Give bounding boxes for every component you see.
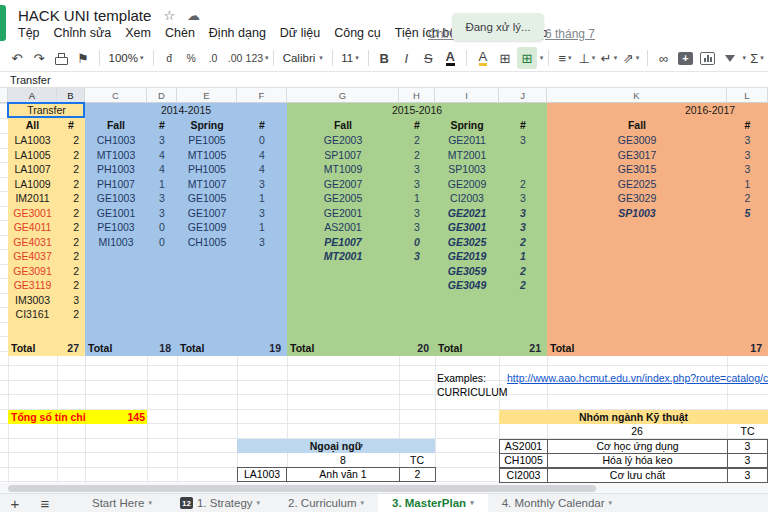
cell-course-code[interactable]: GE1001 xyxy=(85,206,147,221)
cell-credit-count[interactable]: 3 xyxy=(237,235,287,250)
engineering-header[interactable]: Nhóm ngành Kỹ thuật xyxy=(499,410,768,425)
cell-credit-count[interactable]: 3 xyxy=(499,220,547,235)
total-value[interactable]: 17 xyxy=(727,341,768,356)
engineering-count[interactable]: 26 xyxy=(547,424,727,439)
total-value[interactable]: 19 xyxy=(237,341,287,356)
cell-course-code[interactable]: SP1003 xyxy=(435,162,499,177)
column-pair-header[interactable]: # xyxy=(399,118,435,133)
foreign-lang-header[interactable]: Ngoại ngữ xyxy=(237,439,435,454)
cell-credit-count[interactable]: 2 xyxy=(57,235,85,250)
foreign-lang-tc[interactable]: TC xyxy=(399,453,435,468)
cell-credit-count[interactable]: 2 xyxy=(57,307,85,322)
tab-strategy[interactable]: 121. Strategy▾ xyxy=(166,494,274,512)
engineering-credit[interactable]: 3 xyxy=(727,453,768,468)
cell-course-code[interactable]: LA1009 xyxy=(8,177,57,192)
cell-course-code[interactable]: PH1007 xyxy=(85,177,147,192)
cell-credit-count[interactable]: 2 xyxy=(499,278,547,293)
cell-credit-count[interactable]: 2 xyxy=(499,177,547,192)
engineering-code[interactable]: CH1005 xyxy=(499,453,548,468)
column-pair-header[interactable]: All xyxy=(8,118,57,133)
cell-credit-count[interactable]: 1 xyxy=(237,220,287,235)
cell-course-code[interactable]: GE2007 xyxy=(287,177,399,192)
column-header-E[interactable]: E xyxy=(177,88,237,103)
cell-course-code[interactable]: GE3025 xyxy=(435,235,499,250)
cell-credit-count[interactable]: 3 xyxy=(147,133,177,148)
cell-course-code[interactable]: AS2001 xyxy=(287,220,399,235)
column-pair-header[interactable]: Fall xyxy=(287,118,399,133)
column-pair-header[interactable]: # xyxy=(57,118,85,133)
cell-course-code[interactable]: PH1003 xyxy=(85,162,147,177)
cell-course-code[interactable]: GE3049 xyxy=(435,278,499,293)
cell-credit-count[interactable]: 2 xyxy=(57,278,85,293)
column-pair-header[interactable]: Fall xyxy=(85,118,147,133)
tab-masterplan[interactable]: 3. MasterPlan▾ xyxy=(378,494,488,512)
engineering-name[interactable]: Cơ học ứng dụng xyxy=(547,439,728,454)
cell-credit-count[interactable]: 3 xyxy=(399,206,435,221)
cell-credit-count[interactable]: 0 xyxy=(399,235,435,250)
cell-credit-count[interactable]: 4 xyxy=(237,148,287,163)
engineering-name[interactable]: Hóa lý hóa keo xyxy=(547,453,728,468)
cell-course-code[interactable]: GE4011 xyxy=(8,220,57,235)
foreign-lang-credit[interactable]: 2 xyxy=(399,467,436,482)
cell-course-code[interactable]: GE1007 xyxy=(177,206,237,221)
column-header-I[interactable]: I xyxy=(435,88,499,103)
foreign-lang-code[interactable]: LA1003 xyxy=(237,467,287,482)
cell-course-code[interactable]: GE3059 xyxy=(435,264,499,279)
cell-credit-count[interactable]: 3 xyxy=(499,133,547,148)
cell-course-code[interactable]: LA1007 xyxy=(8,162,57,177)
tab-caret-icon[interactable]: ▾ xyxy=(470,499,474,507)
column-pair-header[interactable]: Fall xyxy=(547,118,727,133)
cell-course-code[interactable]: PE1003 xyxy=(85,220,147,235)
all-sheets-icon[interactable]: ≡ xyxy=(30,494,60,512)
cell-credit-count[interactable]: 2 xyxy=(57,148,85,163)
engineering-name[interactable]: Cơ lưu chất xyxy=(547,468,728,483)
column-header-C[interactable]: C xyxy=(85,88,147,103)
foreign-lang-count[interactable]: 8 xyxy=(287,453,399,468)
cell-credit-count[interactable]: 1 xyxy=(147,177,177,192)
tab-caret-icon[interactable]: ▾ xyxy=(360,499,364,507)
cell-course-code[interactable]: LA1003 xyxy=(8,133,57,148)
tab-caret-icon[interactable]: ▾ xyxy=(257,499,261,507)
column-pair-header[interactable]: Spring xyxy=(177,118,237,133)
cell-course-code[interactable]: GE1009 xyxy=(177,220,237,235)
cell-course-code[interactable]: GE3119 xyxy=(8,278,57,293)
total-label[interactable]: Total xyxy=(177,341,237,356)
cell-credit-count[interactable]: 2 xyxy=(57,206,85,221)
cell-credit-count[interactable]: 1 xyxy=(499,249,547,264)
cell-credit-count[interactable]: 3 xyxy=(147,191,177,206)
cell-course-code[interactable]: GE2021 xyxy=(435,206,499,221)
cell-credit-count[interactable]: 3 xyxy=(237,206,287,221)
cell-course-code[interactable]: GE3017 xyxy=(547,148,727,163)
cell-credit-count[interactable]: 1 xyxy=(237,191,287,206)
cell-credit-count[interactable]: 2 xyxy=(57,220,85,235)
cell-course-code[interactable]: GE2003 xyxy=(287,133,399,148)
column-header-A[interactable]: A xyxy=(8,88,57,103)
column-header-H[interactable]: H xyxy=(399,88,435,103)
cell-course-code[interactable]: GE2011 xyxy=(435,133,499,148)
cell-credit-count[interactable]: 3 xyxy=(399,177,435,192)
cell-course-code[interactable]: MT2001 xyxy=(435,148,499,163)
cell-credit-count[interactable]: 0 xyxy=(147,235,177,250)
tab-monthly-calendar[interactable]: 4. Monthly Calendar▾ xyxy=(488,494,626,512)
engineering-credit[interactable]: 3 xyxy=(727,468,768,483)
cell-course-code[interactable]: GE2001 xyxy=(287,206,399,221)
column-pair-header[interactable]: # xyxy=(147,118,177,133)
column-header-D[interactable]: D xyxy=(147,88,177,103)
cell-course-code[interactable]: GE1005 xyxy=(177,191,237,206)
cell-credit-count[interactable]: 3 xyxy=(727,133,768,148)
column-pair-header[interactable]: # xyxy=(727,118,768,133)
cell-course-code[interactable]: PE1005 xyxy=(177,133,237,148)
cell-course-code[interactable]: PE1007 xyxy=(287,235,399,250)
total-label[interactable]: Total xyxy=(8,341,57,356)
cell-credit-count[interactable]: 0 xyxy=(237,133,287,148)
engineering-tc[interactable]: TC xyxy=(727,424,768,439)
cell-credit-count[interactable]: 5 xyxy=(727,206,768,221)
cell-credit-count[interactable]: 3 xyxy=(237,177,287,192)
cell-course-code[interactable]: MT1003 xyxy=(85,148,147,163)
cell-course-code[interactable]: GE3001 xyxy=(8,206,57,221)
cell-course-code[interactable]: MT2001 xyxy=(287,249,399,264)
cell-credit-count[interactable]: 2 xyxy=(57,191,85,206)
cell-credit-count[interactable]: 3 xyxy=(399,162,435,177)
total-label[interactable]: Total xyxy=(547,341,727,356)
cell-credit-count[interactable]: 2 xyxy=(57,162,85,177)
